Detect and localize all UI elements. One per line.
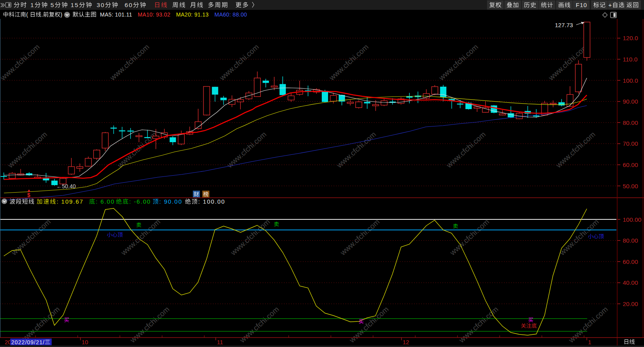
svg-text:11: 11 [217, 339, 223, 345]
svg-text:60: 60 [125, 2, 133, 8]
svg-text:40.00: 40.00 [623, 279, 638, 286]
svg-text:80.00: 80.00 [623, 119, 638, 126]
svg-text:(: ( [26, 11, 28, 18]
svg-text:+: + [609, 2, 612, 8]
svg-text:20: 20 [5, 339, 11, 345]
svg-text:: 100.00: : 100.00 [198, 198, 226, 205]
svg-text:MA10: 93.02: MA10: 93.02 [138, 11, 170, 18]
svg-text:10: 10 [82, 339, 88, 345]
svg-text:: 6.00: : 6.00 [96, 198, 115, 205]
svg-text:80.00: 80.00 [623, 237, 638, 244]
svg-text:1: 1 [30, 2, 35, 8]
svg-text:: -6.00: : -6.00 [129, 198, 151, 205]
svg-text:F10: F10 [576, 2, 587, 8]
svg-text:100.0: 100.0 [623, 77, 638, 84]
svg-text:20.00: 20.00 [623, 301, 638, 307]
svg-text:120.0: 120.0 [623, 35, 638, 41]
svg-text:: 90.00: : 90.00 [159, 198, 182, 205]
svg-text:60.00: 60.00 [623, 161, 638, 168]
svg-text:.: . [41, 11, 43, 18]
svg-text:MA60: 88.00: MA60: 88.00 [215, 11, 247, 18]
svg-text:30: 30 [97, 2, 105, 8]
svg-text:50.00: 50.00 [623, 183, 638, 189]
svg-text:70.00: 70.00 [623, 140, 638, 147]
svg-text:127.73: 127.73 [555, 22, 573, 28]
svg-text:100.00: 100.00 [623, 216, 642, 223]
svg-text:5: 5 [50, 2, 55, 8]
svg-text:60.00: 60.00 [623, 258, 638, 265]
svg-text:MA5: 101.11: MA5: 101.11 [100, 11, 133, 18]
svg-text:$: $ [27, 192, 30, 198]
svg-text:90.00: 90.00 [623, 98, 638, 105]
svg-text:2022/09/21/: 2022/09/21/ [11, 339, 45, 345]
svg-text:12: 12 [403, 339, 409, 345]
svg-text:): ) [60, 11, 62, 18]
svg-text:1: 1 [588, 339, 591, 345]
svg-text:15: 15 [71, 2, 79, 8]
svg-text:MA20: 91.13: MA20: 91.13 [176, 11, 209, 18]
svg-text:110.0: 110.0 [623, 56, 638, 63]
svg-text:: 109.67: : 109.67 [56, 198, 84, 205]
svg-text:←50.40: ←50.40 [56, 183, 76, 189]
